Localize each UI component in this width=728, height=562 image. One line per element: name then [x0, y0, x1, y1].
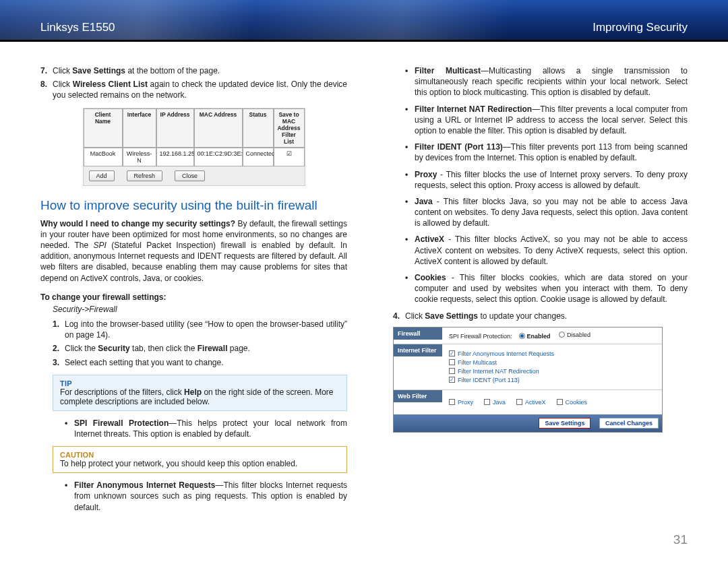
chk-nat[interactable]: Filter Internet NAT Redirection — [449, 368, 655, 375]
chk-java[interactable]: Java — [484, 399, 506, 406]
tip-box: TIP For descriptions of the filters, cli… — [53, 375, 347, 411]
s2-firewall-row: Firewall SPI Firewall Protection: Enable… — [394, 327, 662, 344]
bullet-fair: •Filter Anonymous Internet Requests—This… — [65, 480, 347, 513]
bullet-filter-multicast: •Filter Multicast—Multicasting allows a … — [405, 65, 688, 98]
firewall-settings-screenshot: Firewall SPI Firewall Protection: Enable… — [393, 327, 663, 433]
page-number: 31 — [0, 528, 728, 558]
bullet-spi: •SPI Firewall Protection—This helps prot… — [65, 418, 347, 439]
continued-steps: 7. Click Save Settings at the bottom of … — [40, 65, 347, 101]
section-heading: How to improve security using the built-… — [40, 198, 347, 213]
left-bullets: •SPI Firewall Protection—This helps prot… — [65, 418, 347, 439]
bullet-filter-ident: •Filter IDENT (Port 113)—This filter pre… — [405, 142, 688, 163]
step-4-list: 4.Click Save Settings to update your cha… — [393, 311, 688, 321]
header-band: Linksys E1550 Improving Security — [0, 0, 728, 42]
header-section: Improving Security — [593, 21, 688, 34]
fw-step-3: 3.Select each setting that you want to c… — [53, 357, 347, 368]
intro-paragraph: Why would I need to change my security s… — [40, 218, 347, 284]
step-4: 4.Click Save Settings to update your cha… — [393, 311, 688, 321]
bullet-java: •Java - This filter blocks Java, so you … — [405, 196, 688, 229]
table-row: MacBook Wireless-N 192.168.1.25 00:1E:C2… — [84, 148, 305, 166]
enabled-radio[interactable]: Enabled — [519, 333, 551, 340]
bullet-cookies: •Cookies - This filter blocks cookies, w… — [405, 272, 688, 305]
chk-activex[interactable]: ActiveX — [516, 399, 546, 406]
table-header-row: Client Name Interface IP Address MAC Add… — [84, 108, 305, 148]
bullet-activex: •ActiveX - This filter blocks ActiveX, s… — [405, 234, 688, 267]
right-bullets: •Filter Multicast—Multicasting allows a … — [405, 65, 688, 305]
two-column-content: 7. Click Save Settings at the bottom of … — [0, 42, 728, 528]
bullet-proxy: •Proxy - This filter blocks the use of I… — [405, 169, 688, 191]
bullet-filter-nat: •Filter Internet NAT Redirection—This fi… — [405, 104, 688, 137]
add-button[interactable]: Add — [89, 170, 115, 181]
right-column: •Filter Multicast—Multicasting allows a … — [381, 65, 688, 518]
chk-ident[interactable]: ✓Filter IDENT (Port 113) — [449, 377, 655, 383]
nav-path: Security->Firewall — [53, 304, 347, 315]
fw-step-1: 1.Log into the browser-based utility (se… — [53, 319, 347, 340]
header-product: Linksys E1550 — [40, 21, 115, 34]
chk-cookies[interactable]: Cookies — [557, 399, 588, 406]
client-list-screenshot: Client Name Interface IP Address MAC Add… — [83, 108, 305, 186]
disabled-radio[interactable]: Disabled — [559, 332, 590, 338]
chk-anon[interactable]: ✓Filter Anonymous Internet Requests — [449, 350, 655, 357]
save-settings-button[interactable]: Save Settings — [539, 418, 590, 429]
refresh-button[interactable]: Refresh — [127, 170, 163, 181]
table-buttons: Add Refresh Close — [84, 166, 305, 185]
close-button[interactable]: Close — [175, 170, 205, 181]
s2-internet-filter-row: Internet Filter ✓Filter Anonymous Intern… — [394, 344, 662, 389]
left-bullets-2: •Filter Anonymous Internet Requests—This… — [65, 480, 347, 513]
checkbox-icon: ☑ — [274, 148, 305, 166]
fw-step-2: 2.Click the Security tab, then click the… — [53, 343, 347, 354]
step-7: 7. Click Save Settings at the bottom of … — [40, 65, 347, 76]
procedure-subhead: To change your firewall settings: — [40, 292, 347, 303]
document-page: Linksys E1550 Improving Security 7. Clic… — [0, 0, 728, 558]
step-8: 8. Click Wireless Client List again to c… — [40, 79, 347, 100]
s2-footer: Save Settings Cancel Changes — [394, 414, 662, 432]
spi-label: SPI Firewall Protection: — [449, 332, 512, 339]
left-column: 7. Click Save Settings at the bottom of … — [40, 65, 347, 518]
caution-box: CAUTION To help protect your network, yo… — [53, 446, 347, 473]
chk-proxy[interactable]: Proxy — [449, 399, 473, 406]
cancel-changes-button[interactable]: Cancel Changes — [599, 418, 659, 429]
chk-multicast[interactable]: Filter Multicast — [449, 359, 655, 366]
firewall-steps: 1.Log into the browser-based utility (se… — [53, 319, 347, 368]
s2-web-filter-row: Web Filter Proxy Java ActiveX Cookies — [394, 389, 662, 414]
